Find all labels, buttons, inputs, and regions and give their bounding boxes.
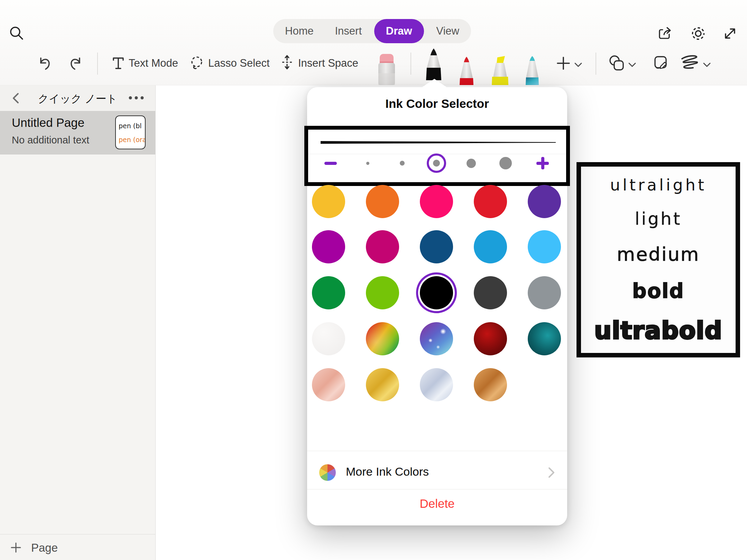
swatch-purple[interactable] xyxy=(528,185,561,218)
swatch-raspberry[interactable] xyxy=(366,230,399,263)
swatch-amber[interactable] xyxy=(312,185,345,218)
page-thumbnail: pen (bl pen (ora xyxy=(115,115,146,149)
page-subtitle: No additional text xyxy=(12,134,89,146)
ink-effects-scribble-icon[interactable] xyxy=(680,55,699,71)
shapes-icon[interactable] xyxy=(607,54,625,72)
weight-sample-light: light xyxy=(635,210,682,227)
swatch-bronze[interactable] xyxy=(474,368,507,401)
swatch-orange[interactable] xyxy=(366,185,399,218)
tab-insert[interactable]: Insert xyxy=(326,19,371,43)
settings-gear-icon[interactable] xyxy=(690,25,707,42)
yellow-highlighter-tool[interactable] xyxy=(487,55,513,85)
swatch-dark-gray[interactable] xyxy=(474,276,507,309)
expand-icon[interactable] xyxy=(722,26,738,41)
eraser-tool[interactable] xyxy=(376,53,398,85)
size-dot-3-selected[interactable] xyxy=(433,160,440,167)
undo-icon[interactable] xyxy=(36,55,53,71)
sidebar-footer: Page xyxy=(0,534,155,560)
swatch-magenta[interactable] xyxy=(312,230,345,263)
popup-separator xyxy=(307,451,567,451)
text-mode-icon[interactable] xyxy=(111,55,126,71)
onenote-draw-screen: Home Insert Draw View xyxy=(0,0,747,560)
chevron-right-icon xyxy=(548,467,555,478)
swatch-lime[interactable] xyxy=(366,276,399,309)
toolbar-divider xyxy=(596,53,596,75)
tab-home[interactable]: Home xyxy=(276,19,323,43)
ink-color-selector-popup: Ink Color Selector More Ink Colors Delet… xyxy=(307,87,567,525)
weight-sample-ultrabold: ultrabold xyxy=(594,318,722,343)
popup-pointer-arrow xyxy=(421,79,448,88)
tab-view[interactable]: View xyxy=(427,19,468,43)
swatch-white[interactable] xyxy=(312,322,345,355)
swatch-black-selected[interactable] xyxy=(420,276,453,309)
stroke-width-preview xyxy=(321,139,556,146)
swatch-gold[interactable] xyxy=(366,368,399,401)
page-list-sidebar: クイック ノート Untitled Page No additional tex… xyxy=(0,85,156,560)
ribbon-tab-bar: Home Insert Draw View xyxy=(273,19,471,43)
weight-sample-medium: medium xyxy=(617,245,700,264)
swatch-dark-teal[interactable] xyxy=(528,322,561,355)
size-dot-1[interactable] xyxy=(366,162,369,165)
swatch-blue[interactable] xyxy=(474,230,507,263)
swatch-rainbow-glitter[interactable] xyxy=(366,322,399,355)
sidebar-header: クイック ノート xyxy=(0,85,155,111)
swatch-silver[interactable] xyxy=(420,368,453,401)
lasso-select-icon[interactable] xyxy=(189,55,205,71)
stroke-weight-sample-box: ultralightlightmediumboldultrabold xyxy=(577,162,740,357)
swatch-light-blue[interactable] xyxy=(528,230,561,263)
add-page-button[interactable]: Page xyxy=(31,540,58,556)
popup-separator xyxy=(307,489,567,489)
swatch-pink[interactable] xyxy=(420,185,453,218)
thumbnail-ink-line: pen (ora xyxy=(119,133,145,147)
swatch-galaxy[interactable] xyxy=(420,322,453,355)
size-dot-4[interactable] xyxy=(467,159,476,168)
swatch-gray[interactable] xyxy=(528,276,561,309)
size-dot-5[interactable] xyxy=(499,157,512,169)
swatch-green[interactable] xyxy=(312,276,345,309)
insert-space-icon[interactable] xyxy=(279,54,295,71)
page-list-item-selected[interactable]: Untitled Page No additional text pen (bl… xyxy=(0,111,155,155)
red-pen-tool[interactable] xyxy=(456,57,477,85)
swatch-dark-red[interactable] xyxy=(474,322,507,355)
chevron-down-icon[interactable] xyxy=(574,62,582,68)
page-title: Untitled Page xyxy=(12,116,84,130)
add-pen-plus-icon[interactable] xyxy=(555,55,571,71)
text-mode-button[interactable]: Text Mode xyxy=(129,55,178,71)
black-pen-tool-selected[interactable] xyxy=(421,48,447,80)
page-with-pen-icon[interactable] xyxy=(652,54,670,71)
share-icon[interactable] xyxy=(658,26,674,41)
teal-pencil-tool[interactable] xyxy=(522,56,542,85)
decrease-size-button[interactable] xyxy=(324,162,337,165)
color-wheel-icon xyxy=(319,464,336,481)
chevron-down-icon[interactable] xyxy=(703,62,711,68)
more-ink-colors-label: More Ink Colors xyxy=(346,465,429,478)
add-page-plus-icon[interactable] xyxy=(10,542,21,553)
delete-pen-button[interactable]: Delete xyxy=(307,497,567,511)
stroke-width-panel xyxy=(304,126,570,186)
popup-title: Ink Color Selector xyxy=(307,97,567,111)
swatch-rose-gold[interactable] xyxy=(312,368,345,401)
insert-space-button[interactable]: Insert Space xyxy=(298,55,358,71)
search-icon[interactable] xyxy=(8,25,25,41)
toolbar-divider xyxy=(411,53,411,75)
thumbnail-ink-line: pen (bl xyxy=(119,119,145,133)
tab-draw[interactable]: Draw xyxy=(374,19,424,43)
redo-icon[interactable] xyxy=(68,55,84,71)
chevron-down-icon[interactable] xyxy=(628,62,636,68)
weight-sample-ultralight: ultralight xyxy=(610,177,707,193)
more-options-ellipsis-icon[interactable] xyxy=(128,96,144,100)
toolbar-divider xyxy=(97,53,98,75)
lasso-select-button[interactable]: Lasso Select xyxy=(208,55,270,71)
increase-size-button[interactable] xyxy=(536,157,549,169)
top-toolbar: Home Insert Draw View xyxy=(0,0,747,85)
size-dot-2[interactable] xyxy=(400,161,405,166)
swatch-dark-blue[interactable] xyxy=(420,230,453,263)
weight-sample-bold: bold xyxy=(632,281,684,301)
swatch-red[interactable] xyxy=(474,185,507,218)
